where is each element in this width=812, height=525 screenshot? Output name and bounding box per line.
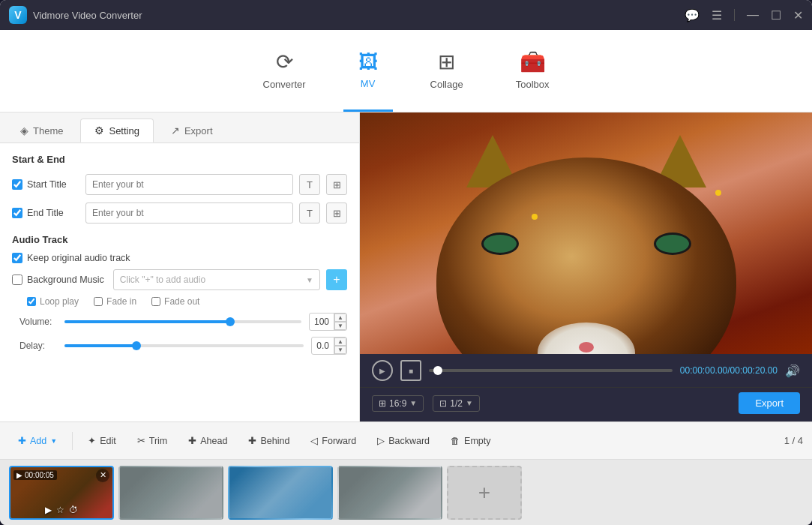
play-button[interactable]: ▶ bbox=[372, 360, 393, 381]
trim-button[interactable]: ✂ Trim bbox=[128, 430, 177, 451]
fade-out-label[interactable]: Fade out bbox=[151, 296, 199, 307]
title-bar: V Vidmore Video Converter 💬 ☰ — ☐ ✕ bbox=[0, 0, 812, 30]
fade-in-text: Fade in bbox=[106, 296, 136, 307]
ratio-select[interactable]: ⊞ 16:9 ▼ bbox=[372, 395, 424, 412]
backward-button[interactable]: ▷ Backward bbox=[368, 430, 439, 451]
delay-value-box: 0.0 ▲ ▼ bbox=[311, 337, 347, 355]
quality-select[interactable]: ⊡ 1/2 ▼ bbox=[433, 395, 480, 412]
tab-theme[interactable]: ◈ Theme bbox=[6, 118, 77, 142]
fade-out-text: Fade out bbox=[164, 296, 199, 307]
stop-button[interactable]: ■ bbox=[400, 360, 421, 381]
tab-export[interactable]: ↗ Export bbox=[157, 118, 227, 142]
loop-play-label[interactable]: Loop play bbox=[27, 296, 79, 307]
cat-face-layer bbox=[429, 135, 744, 354]
converter-icon: ⟳ bbox=[276, 50, 293, 74]
nav-item-collage[interactable]: ⊞ Collage bbox=[415, 30, 478, 112]
end-title-row: End Title T ⊞ bbox=[12, 202, 347, 224]
logo-letter: V bbox=[14, 9, 21, 21]
start-title-checkbox-label[interactable]: Start Title bbox=[12, 179, 79, 190]
volume-up-button[interactable]: ▲ bbox=[334, 314, 346, 322]
quality-value: 1/2 bbox=[450, 398, 463, 409]
ratio-arrow: ▼ bbox=[409, 399, 417, 407]
keep-original-checkbox[interactable] bbox=[12, 253, 22, 263]
volume-slider-thumb bbox=[226, 317, 235, 326]
start-title-row: Start Title T ⊞ bbox=[12, 174, 347, 195]
end-title-font-button[interactable]: T bbox=[299, 202, 320, 224]
timeline-overlay-2 bbox=[120, 467, 222, 518]
start-title-checkbox[interactable] bbox=[12, 179, 22, 190]
volume-label: Volume: bbox=[19, 316, 57, 327]
player-bar2: ⊞ 16:9 ▼ ⊡ 1/2 ▼ Export bbox=[360, 387, 812, 422]
add-audio-button[interactable]: + bbox=[326, 269, 347, 290]
ahead-button[interactable]: ✚ Ahead bbox=[179, 430, 236, 451]
preview-area bbox=[360, 112, 812, 354]
start-title-input[interactable] bbox=[85, 174, 293, 195]
fade-in-checkbox[interactable] bbox=[94, 297, 103, 306]
delay-down-button[interactable]: ▼ bbox=[334, 346, 346, 354]
delete-button-1[interactable]: ✕ bbox=[96, 469, 109, 482]
progress-bar[interactable] bbox=[429, 369, 673, 372]
maximize-button[interactable]: ☐ bbox=[771, 8, 781, 22]
end-title-checkbox-label[interactable]: End Title bbox=[12, 208, 79, 218]
add-media-button[interactable]: + bbox=[447, 466, 522, 520]
end-title-input[interactable] bbox=[85, 202, 293, 224]
tab-bar: ◈ Theme ⚙ Setting ↗ Export bbox=[0, 112, 359, 143]
title-menu-icon[interactable]: ☰ bbox=[712, 8, 722, 22]
quality-arrow: ▼ bbox=[466, 399, 473, 407]
add-icon: ✚ bbox=[18, 435, 26, 446]
background-music-label[interactable]: Background Music bbox=[12, 274, 104, 285]
video-frame bbox=[360, 112, 812, 354]
forward-button[interactable]: ◁ Forward bbox=[301, 430, 365, 451]
background-music-row: Background Music Click "+" to add audio … bbox=[12, 269, 347, 290]
tab-setting[interactable]: ⚙ Setting bbox=[80, 118, 153, 142]
volume-down-button[interactable]: ▼ bbox=[334, 322, 346, 330]
edit-button[interactable]: ✦ Edit bbox=[79, 430, 125, 451]
add-button[interactable]: ✚ Add ▼ bbox=[9, 430, 66, 451]
delay-slider-track[interactable] bbox=[64, 344, 304, 347]
tl-star-1[interactable]: ☆ bbox=[56, 505, 64, 515]
play-icon-1: ▶ bbox=[16, 471, 22, 479]
export-button[interactable]: Export bbox=[739, 392, 800, 414]
ratio-value: 16:9 bbox=[389, 398, 406, 409]
title-feedback-icon[interactable]: 💬 bbox=[685, 8, 700, 22]
keep-original-label[interactable]: Keep original audio track bbox=[12, 253, 130, 263]
tl-time-1[interactable]: ⏱ bbox=[69, 505, 78, 515]
timeline-item-2[interactable] bbox=[118, 466, 223, 520]
minimize-button[interactable]: — bbox=[747, 8, 759, 22]
add-audio-select[interactable]: Click "+" to add audio ▼ bbox=[113, 269, 320, 290]
fade-in-label[interactable]: Fade in bbox=[94, 296, 136, 307]
timeline-item-1[interactable]: ▶ 00:00:05 ✕ ▶ ☆ ⏱ bbox=[9, 466, 114, 520]
end-title-format-button[interactable]: ⊞ bbox=[326, 202, 347, 224]
theme-tab-icon: ◈ bbox=[20, 124, 28, 136]
start-title-label: Start Title bbox=[27, 179, 67, 190]
fade-out-checkbox[interactable] bbox=[151, 297, 160, 306]
nav-item-mv[interactable]: 🖼 MV bbox=[343, 30, 393, 112]
add-audio-placeholder: Click "+" to add audio bbox=[120, 274, 205, 285]
empty-icon: 🗑 bbox=[451, 436, 460, 446]
close-button[interactable]: ✕ bbox=[793, 8, 803, 22]
delay-row: Delay: 0.0 ▲ ▼ bbox=[12, 337, 347, 355]
delay-value: 0.0 bbox=[312, 338, 334, 353]
timeline-item-3[interactable] bbox=[228, 466, 333, 520]
background-music-checkbox[interactable] bbox=[12, 274, 22, 285]
trim-icon: ✂ bbox=[137, 435, 145, 446]
start-title-font-button[interactable]: T bbox=[299, 174, 320, 195]
tl-play-1[interactable]: ▶ bbox=[45, 505, 52, 515]
end-title-checkbox[interactable] bbox=[12, 208, 22, 218]
delay-stepper: ▲ ▼ bbox=[334, 338, 346, 354]
delay-up-button[interactable]: ▲ bbox=[334, 338, 346, 346]
nav-item-toolbox[interactable]: 🧰 Toolbox bbox=[501, 30, 565, 112]
loop-play-checkbox[interactable] bbox=[27, 297, 36, 306]
app-title: Vidmore Video Converter bbox=[33, 10, 679, 21]
nav-item-converter[interactable]: ⟳ Converter bbox=[248, 30, 321, 112]
behind-button[interactable]: ✚ Behind bbox=[239, 430, 298, 451]
behind-label: Behind bbox=[260, 436, 289, 446]
start-title-format-button[interactable]: ⊞ bbox=[326, 174, 347, 195]
page-indicator: 1 / 4 bbox=[784, 435, 803, 446]
timeline-item-4[interactable] bbox=[337, 466, 442, 520]
volume-slider-track[interactable] bbox=[64, 320, 301, 323]
empty-button[interactable]: 🗑 Empty bbox=[442, 431, 499, 451]
current-time: 00:00:00.00 bbox=[680, 365, 727, 376]
time-display: 00:00:00.00/00:00:20.00 bbox=[680, 365, 778, 376]
volume-icon[interactable]: 🔊 bbox=[785, 364, 800, 378]
